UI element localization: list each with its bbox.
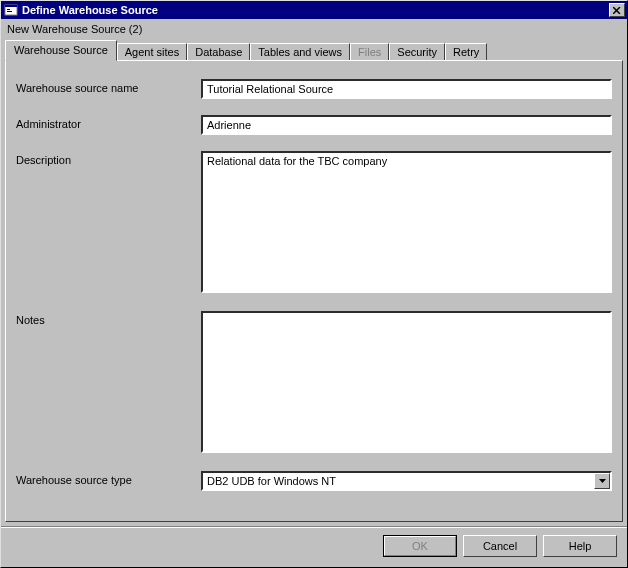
label-source-type: Warehouse source type [16, 471, 201, 486]
window-subtitle: New Warehouse Source (2) [1, 19, 627, 37]
tab-warehouse-source[interactable]: Warehouse Source [5, 40, 117, 61]
label-description: Description [16, 151, 201, 166]
chevron-down-icon [599, 479, 606, 483]
source-type-value: DB2 UDB for Windows NT [203, 475, 594, 487]
svg-marker-6 [599, 479, 606, 483]
administrator-input[interactable] [201, 115, 612, 135]
dropdown-button[interactable] [594, 473, 610, 489]
tab-security[interactable]: Security [389, 43, 445, 61]
close-button[interactable] [609, 3, 625, 17]
svg-rect-2 [7, 9, 10, 10]
dialog-window: Define Warehouse Source New Warehouse So… [0, 0, 628, 568]
warehouse-source-type-select[interactable]: DB2 UDB for Windows NT [201, 471, 612, 491]
tab-tables-and-views[interactable]: Tables and views [250, 43, 350, 61]
tab-database[interactable]: Database [187, 43, 250, 61]
warehouse-source-name-input[interactable] [201, 79, 612, 99]
tab-files: Files [350, 43, 389, 61]
title-bar: Define Warehouse Source [1, 1, 627, 19]
close-icon [613, 7, 621, 14]
label-notes: Notes [16, 311, 201, 326]
cancel-button[interactable]: Cancel [463, 535, 537, 557]
tab-agent-sites[interactable]: Agent sites [117, 43, 187, 61]
tab-retry[interactable]: Retry [445, 43, 487, 61]
help-button[interactable]: Help [543, 535, 617, 557]
tab-panel-warehouse-source: Warehouse source name Administrator Desc… [5, 60, 623, 522]
svg-rect-3 [7, 11, 12, 12]
tab-strip: Warehouse Source Agent sites Database Ta… [1, 39, 627, 60]
system-menu-icon[interactable] [4, 3, 18, 17]
titlebar-buttons [607, 3, 625, 17]
window-title: Define Warehouse Source [22, 4, 607, 16]
notes-textarea[interactable] [201, 311, 612, 453]
ok-button[interactable]: OK [383, 535, 457, 557]
label-source-name: Warehouse source name [16, 79, 201, 94]
label-administrator: Administrator [16, 115, 201, 130]
button-bar: OK Cancel Help [1, 526, 627, 567]
svg-rect-1 [5, 5, 17, 7]
description-textarea[interactable] [201, 151, 612, 293]
